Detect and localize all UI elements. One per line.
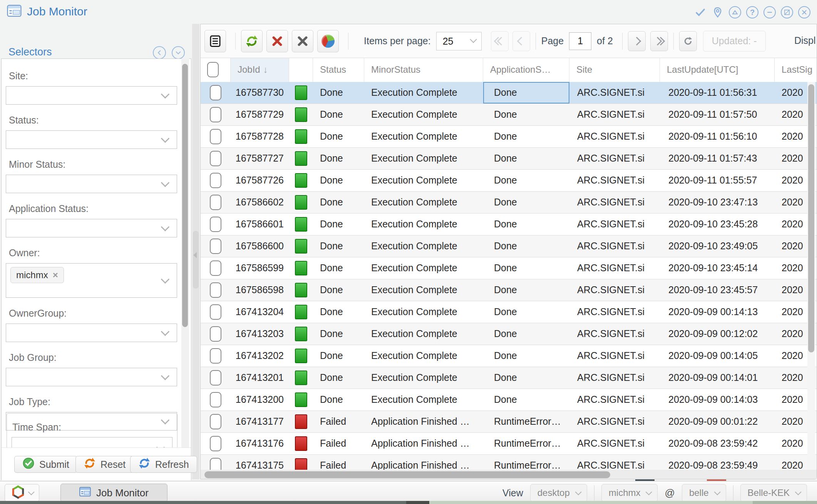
job-group-select[interactable] [6,368,177,386]
refresh-button[interactable]: Refresh [130,456,197,473]
cell-application-status[interactable]: Done [483,301,569,323]
cell-job-id[interactable]: 167413204 [231,301,289,323]
cell-state-icon[interactable] [289,148,313,169]
cell-state-icon[interactable] [289,235,313,257]
vertical-scrollbar-thumb[interactable] [808,84,814,352]
cell-application-status[interactable]: Done [483,279,569,301]
row-checkbox[interactable] [210,348,221,364]
row-checkbox[interactable] [210,392,221,407]
cell-last-update[interactable]: 2020-09-10 23:49:05 [660,235,775,257]
panel-splitter[interactable] [192,24,199,479]
cell-application-status[interactable]: Done [483,389,569,411]
cell-last-update[interactable]: 2020-09-11 01:56:31 [660,82,775,103]
refresh-table-button[interactable] [241,30,263,52]
cell-state-icon[interactable] [289,323,313,345]
horizontal-scrollbar[interactable] [201,470,817,479]
cell-site[interactable]: ARC.SIGNET.si [569,126,660,147]
column-header-minor_status[interactable]: MinorStatus [364,58,483,82]
table-row[interactable]: 167413202DoneExecution CompleteDoneARC.S… [201,345,817,367]
cell-job-id[interactable]: 167587727 [231,148,289,169]
reset-button[interactable]: Reset [75,456,134,473]
cell-last-update[interactable]: 2020-09-09 00:14:05 [660,345,775,367]
table-row[interactable]: 167587730DoneExecution CompleteDoneARC.S… [201,82,817,103]
cell-minor-status[interactable]: Execution Complete [364,389,483,411]
row-checkbox[interactable] [210,260,221,276]
row-checkbox[interactable] [210,85,221,100]
cell-last-update[interactable]: 2020-09-11 01:57:50 [660,104,775,125]
cell-site[interactable]: ARC.SIGNET.si [569,323,660,345]
statistics-pie-button[interactable] [317,30,339,52]
cell-job-id[interactable]: 167586600 [231,235,289,257]
remove-tag-icon[interactable]: × [53,270,58,280]
page-number-input[interactable] [569,32,591,50]
owner-group-select[interactable] [6,324,177,342]
cell-state-icon[interactable] [289,126,313,147]
cell-site[interactable]: ARC.SIGNET.si [569,301,660,323]
cell-last-update[interactable]: 2020-09-11 01:57:43 [660,148,775,169]
table-row[interactable]: 167586599DoneExecution CompleteDoneARC.S… [201,257,817,279]
cell-job-id[interactable]: 167586598 [231,279,289,301]
cell-site[interactable]: ARC.SIGNET.si [569,192,660,213]
row-checkbox-cell[interactable] [201,192,231,213]
first-page-button[interactable] [491,31,509,51]
cell-application-status[interactable]: Done [483,126,569,147]
row-checkbox-cell[interactable] [201,82,231,103]
row-checkbox-cell[interactable] [201,367,231,389]
task-button-job-monitor[interactable]: Job Monitor [60,484,167,502]
cell-application-status[interactable]: Done [483,323,569,345]
cell-minor-status[interactable]: Execution Complete [364,301,483,323]
cell-status[interactable]: Done [313,235,364,257]
cell-site[interactable]: ARC.SIGNET.si [569,214,660,235]
splitter-handle[interactable] [193,231,199,289]
cell-application-status[interactable]: Done [483,367,569,389]
check-icon[interactable] [694,6,707,18]
cell-job-id[interactable]: 167413203 [231,323,289,345]
cell-status[interactable]: Done [313,214,364,235]
row-checkbox-cell[interactable] [201,214,231,235]
table-row[interactable]: 167586598DoneExecution CompleteDoneARC.S… [201,279,817,301]
cell-site[interactable]: ARC.SIGNET.si [569,235,660,257]
maximize-icon[interactable] [781,6,793,18]
splitter-collapse-arrow-icon[interactable] [193,252,197,258]
cell-application-status[interactable]: Done [483,192,569,213]
row-checkbox[interactable] [210,370,221,386]
cell-state-icon[interactable] [289,301,313,323]
row-checkbox[interactable] [210,217,221,232]
cell-job-id[interactable]: 167413202 [231,345,289,367]
cell-job-id[interactable]: 167587728 [231,126,289,147]
table-row[interactable]: 167413200DoneExecution CompleteDoneARC.S… [201,389,817,411]
table-row[interactable]: 167586602DoneExecution CompleteDoneARC.S… [201,191,817,213]
owner-select[interactable]: michmx× [6,263,177,298]
group-select[interactable]: belle [682,484,726,502]
menu-list-button[interactable] [204,30,226,52]
cell-site[interactable]: ARC.SIGNET.si [569,367,660,389]
row-checkbox-cell[interactable] [201,411,231,432]
select-all-checkbox[interactable] [207,62,219,77]
cell-state-icon[interactable] [289,170,313,191]
row-checkbox[interactable] [210,436,221,451]
column-header-last_update[interactable]: LastUpdate[UTC] [660,58,775,82]
cell-state-icon[interactable] [289,411,313,432]
cell-last-update[interactable]: 2020-09-10 23:45:14 [660,257,775,279]
cell-minor-status[interactable]: Execution Complete [364,82,483,103]
cell-site[interactable]: ARC.SIGNET.si [569,389,660,411]
column-header-site[interactable]: Site [569,58,660,82]
row-checkbox-cell[interactable] [201,148,231,169]
cell-last-update[interactable]: 2020-09-09 00:01:22 [660,411,775,432]
row-checkbox-cell[interactable] [201,170,231,191]
cell-minor-status[interactable]: Execution Complete [364,170,483,191]
cell-site[interactable]: ARC.SIGNET.si [569,104,660,125]
cell-job-id[interactable]: 167586601 [231,214,289,235]
sidebar-scrollbar-thumb[interactable] [182,64,188,327]
cell-status[interactable]: Done [313,367,364,389]
cell-last-update[interactable]: 2020-09-09 00:14:13 [660,301,775,323]
cell-minor-status[interactable]: Execution Complete [364,126,483,147]
cell-application-status[interactable]: Done [483,214,569,235]
cell-last-update[interactable]: 2020-09-10 23:45:28 [660,214,775,235]
last-page-button[interactable] [650,31,668,51]
row-checkbox[interactable] [210,151,221,166]
selectors-collapse-left-icon[interactable] [153,46,166,59]
column-header-status[interactable]: Status [313,58,364,82]
table-row[interactable]: 167413201DoneExecution CompleteDoneARC.S… [201,367,817,389]
cell-site[interactable]: ARC.SIGNET.si [569,345,660,367]
